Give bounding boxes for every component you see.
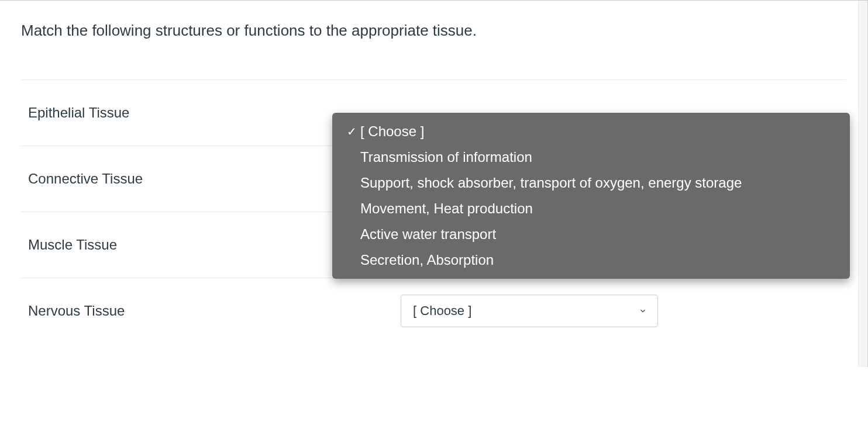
select-value: [ Choose ] [413, 303, 471, 319]
option-label: [ Choose ] [360, 123, 424, 140]
option-label: Active water transport [360, 226, 496, 243]
chevron-down-icon [639, 307, 647, 315]
select-nervous[interactable]: [ Choose ] [401, 295, 658, 327]
dropdown-option-secretion[interactable]: Secretion, Absorption [332, 247, 850, 273]
dropdown-option-active-water[interactable]: Active water transport [332, 222, 850, 247]
match-select-holder: [ Choose ] [401, 295, 658, 327]
question-prompt: Match the following structures or functi… [21, 22, 846, 56]
option-label: Support, shock absorber, transport of ox… [360, 175, 742, 191]
dropdown-option-choose[interactable]: ✓ [ Choose ] [332, 119, 850, 144]
check-icon: ✓ [344, 124, 359, 139]
option-label: Secretion, Absorption [360, 252, 494, 268]
option-label: Movement, Heat production [360, 200, 533, 217]
question-container: Match the following structures or functi… [0, 0, 868, 367]
match-label: Nervous Tissue [21, 303, 401, 319]
option-label: Transmission of information [360, 149, 532, 165]
dropdown-option-movement[interactable]: Movement, Heat production [332, 196, 850, 222]
match-row-nervous: Nervous Tissue [ Choose ] [21, 278, 846, 344]
dropdown-menu[interactable]: ✓ [ Choose ] Transmission of information… [332, 113, 850, 279]
dropdown-option-transmission[interactable]: Transmission of information [332, 144, 850, 170]
scrollbar-track[interactable] [858, 1, 867, 367]
dropdown-option-support[interactable]: Support, shock absorber, transport of ox… [332, 170, 850, 196]
